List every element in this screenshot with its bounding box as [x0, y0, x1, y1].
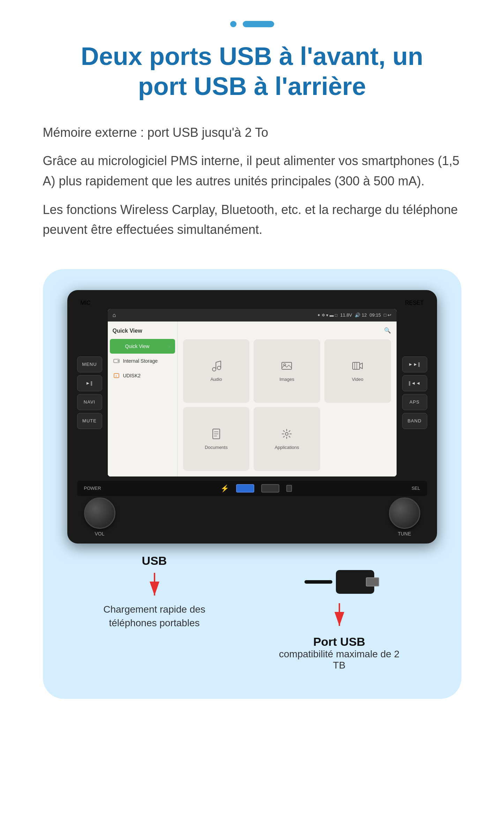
description-block: Mémoire externe : port USB jusqu'à 2 To … [43, 123, 461, 248]
tile-applications[interactable]: Applications [254, 407, 320, 471]
unit-container: MIC RESET MENU ►‖ NAVI MUTE ⌂ [43, 269, 461, 699]
port-usb-title: Port USB [277, 635, 402, 649]
tile-images-label: Images [279, 377, 294, 382]
btn-menu[interactable]: MENU [77, 356, 102, 372]
search-icon[interactable]: 🔍 [384, 327, 391, 334]
svg-rect-0 [115, 343, 118, 346]
video-icon [352, 360, 363, 374]
svg-point-8 [212, 368, 216, 371]
tune-knob-group: TUNE [389, 497, 420, 537]
svg-line-30 [283, 436, 285, 437]
udisk-icon: 2 [113, 372, 120, 379]
unit-top-bar: MIC RESET [77, 300, 427, 306]
usb-charge-title: USB [142, 554, 167, 568]
tile-applications-label: Applications [274, 445, 299, 450]
sidebar-item-quickview[interactable]: Quick View › [110, 339, 175, 354]
tile-documents[interactable]: Documents [183, 407, 250, 471]
page-container: Deux ports USB à l'avant, un port USB à … [0, 0, 504, 813]
right-buttons: ►►‖ ‖◄◄ APS BAND [402, 309, 427, 476]
paragraph-3: Les fonctions Wireless Carplay, Bluetoot… [43, 200, 461, 240]
svg-point-9 [217, 366, 221, 370]
usb-charge-arrow [144, 571, 165, 599]
quickview-icon [115, 342, 122, 350]
paragraph-2: Grâce au micrologiciel PMS interne, il p… [43, 151, 461, 191]
left-buttons: MENU ►‖ NAVI MUTE [77, 309, 102, 476]
usb-adapter-body [336, 570, 374, 594]
tile-audio[interactable]: Audio [183, 339, 250, 403]
mic-label: MIC [81, 300, 91, 306]
power-label: POWER [84, 486, 101, 491]
screen: ⌂ ✦ ✲ ▾ ▬ □ 11.8V 🔊 12 09:15 □ ↩ [108, 309, 397, 476]
app-grid: Audio [183, 339, 391, 471]
sidebar-item-storage-label: Internal Storage [123, 358, 158, 364]
vol-label: VOL [95, 531, 104, 537]
temp-display: 🔊 12 [355, 312, 367, 318]
tile-video[interactable]: Video [324, 339, 391, 403]
svg-rect-3 [119, 347, 122, 349]
btn-band[interactable]: BAND [402, 413, 427, 429]
svg-line-29 [289, 430, 290, 432]
app-main: 🔍 [178, 321, 397, 476]
reset-label: RESET [405, 300, 423, 306]
tile-documents-label: Documents [205, 445, 228, 450]
screen-icon: □ ↩ [384, 312, 391, 318]
btn-aps[interactable]: APS [402, 394, 427, 410]
svg-point-22 [285, 433, 288, 435]
sd-card-slot [286, 485, 292, 492]
svg-text:2: 2 [115, 375, 117, 378]
svg-line-28 [289, 436, 290, 437]
charge-icon: ⚡ [220, 484, 229, 493]
applications-icon [281, 428, 292, 442]
knobs-row: VOL TUNE [77, 493, 427, 537]
tune-label: TUNE [398, 531, 411, 537]
top-decoration [230, 21, 274, 27]
sidebar-item-quickview-label: Quick View [125, 343, 150, 349]
svg-rect-2 [115, 347, 118, 349]
tile-empty [324, 407, 391, 471]
usb-port-standard [261, 484, 279, 493]
sidebar-item-udisk[interactable]: 2 UDISK2 [108, 368, 177, 383]
tile-audio-label: Audio [210, 377, 222, 382]
usb-charge-group: USB Chargement rapide des téléphones por… [102, 554, 207, 630]
btn-navi[interactable]: NAVI [77, 394, 102, 410]
sidebar-header: Quick View [108, 325, 177, 339]
time-display: 09:15 [369, 312, 381, 318]
tile-video-label: Video [352, 377, 363, 382]
dash-icon [243, 21, 274, 27]
usb-adapter-port [366, 577, 379, 586]
port-usb-group: Port USB compatibilité maximale de 2 TB [277, 568, 402, 671]
vol-knob-group: VOL [84, 497, 115, 537]
tile-images[interactable]: Images [254, 339, 320, 403]
sidebar-item-storage[interactable]: Internal Storage [108, 354, 177, 368]
usb-cable [304, 580, 332, 584]
voltage-display: 11.8V [340, 312, 352, 318]
status-bar-left: ⌂ [113, 312, 116, 318]
status-icons: ✦ ✲ ▾ ▬ □ [317, 313, 338, 318]
sel-label: SEL [412, 486, 420, 491]
car-unit: MIC RESET MENU ►‖ NAVI MUTE ⌂ [67, 290, 437, 544]
svg-line-11 [216, 361, 221, 362]
btn-prev[interactable]: ‖◄◄ [402, 375, 427, 391]
svg-rect-13 [282, 362, 292, 369]
tune-knob[interactable] [389, 497, 420, 529]
paragraph-1: Mémoire externe : port USB jusqu'à 2 To [43, 123, 461, 143]
sidebar-item-udisk-label: UDISK2 [123, 373, 141, 378]
screen-wrapper: MENU ►‖ NAVI MUTE ⌂ ✦ ✲ ▾ ▬ □ [77, 309, 427, 476]
port-usb-arrow [329, 601, 350, 629]
btn-play[interactable]: ►‖ [77, 375, 102, 391]
usb-port-blue [236, 484, 254, 493]
btn-next[interactable]: ►►‖ [402, 356, 427, 372]
usb-adapter-illustration [304, 568, 374, 596]
home-icon: ⌂ [113, 312, 116, 318]
app-sidebar: Quick View Q [108, 321, 178, 476]
page-title: Deux ports USB à l'avant, un port USB à … [60, 41, 444, 102]
port-usb-compat: compatibilité maximale de 2 TB [279, 649, 400, 671]
documents-icon [211, 428, 222, 442]
port-usb-description: Port USB compatibilité maximale de 2 TB [277, 635, 402, 671]
vol-knob[interactable] [84, 497, 115, 529]
storage-icon [113, 357, 120, 365]
btn-mute[interactable]: MUTE [77, 413, 102, 429]
arrows-section: USB Chargement rapide des téléphones por… [67, 554, 437, 671]
status-bar-right: ✦ ✲ ▾ ▬ □ 11.8V 🔊 12 09:15 □ ↩ [317, 312, 392, 318]
search-area: 🔍 [183, 327, 391, 334]
